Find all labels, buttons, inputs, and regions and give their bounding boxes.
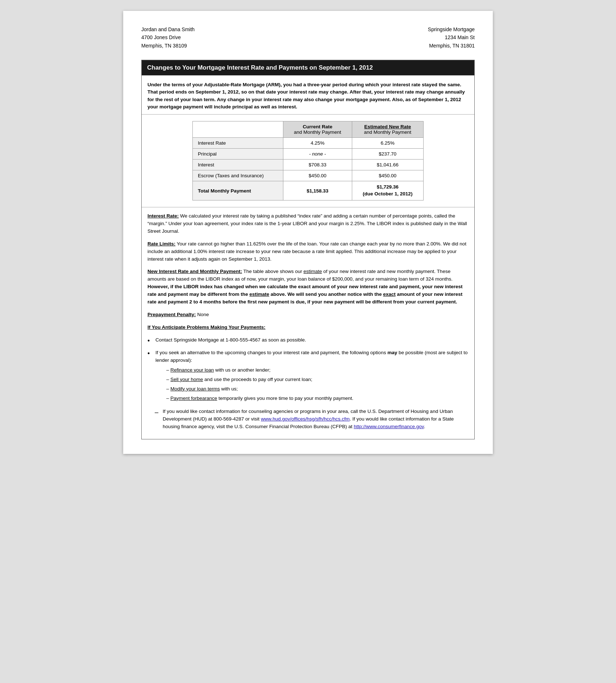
bullet-symbol-2: • <box>147 349 155 404</box>
bullet-item-1: • Contact Springside Mortgage at 1-800-5… <box>147 336 469 345</box>
hud-link[interactable]: www.hud.gov/offices/hsg/sfh/hcc/hcs.cfm <box>261 416 350 422</box>
bullet-symbol-hud: – <box>155 408 163 431</box>
row-label-total: Total Monthly Payment <box>193 181 283 200</box>
forbearance-link[interactable]: Payment forbearance <box>170 396 217 401</box>
row-label-interest: Interest <box>193 160 283 170</box>
new-interest-text1: The table above shows our <box>242 269 303 274</box>
row-current-escrow: $450.00 <box>283 170 352 181</box>
company-name: Springside Mortgage <box>428 25 475 33</box>
sender-address: Jordan and Dana Smith 4700 Jones Drive M… <box>141 25 195 50</box>
table-row-principal: Principal - none - $237.70 <box>193 149 424 160</box>
sub-item-sell: Sell your home and use the proceeds to p… <box>166 376 469 384</box>
row-new-interest: $1,041.66 <box>352 160 423 170</box>
intro-paragraph: Under the terms of your Adjustable-Rate … <box>142 75 474 115</box>
estimate-word-1: estimate <box>303 269 322 274</box>
table-header-current: Current Rate and Monthly Payment <box>283 121 352 138</box>
sub-item-modify: Modify your loan terms with us; <box>166 385 469 393</box>
rate-comparison-table: Current Rate and Monthly Payment Estimat… <box>192 121 424 200</box>
prepayment-label: Prepayment Penalty: <box>147 312 196 317</box>
body-text-section: Interest Rate: We calculated your intere… <box>142 207 474 439</box>
table-header-new: Estimated New Rate and Monthly Payment <box>352 121 423 138</box>
row-label-interest-rate: Interest Rate <box>193 138 283 149</box>
modify-loan-link[interactable]: Modify your loan terms <box>170 386 220 392</box>
sender-address-line2: 4700 Jones Drive <box>141 33 195 41</box>
company-address-line3: Memphis, TN 31801 <box>428 42 475 50</box>
sub-item-forbearance: Payment forbearance temporarily gives yo… <box>166 395 469 402</box>
bullet-text-hud: If you would like contact information fo… <box>163 408 469 431</box>
exact-word: exact <box>383 291 396 297</box>
sender-name: Jordan and Dana Smith <box>141 25 195 33</box>
bullet-item-2: • If you seek an alternative to the upco… <box>147 349 469 404</box>
sender-address-line3: Memphis, TN 38109 <box>141 42 195 50</box>
rate-table-container: Current Rate and Monthly Payment Estimat… <box>142 115 474 207</box>
table-row-interest: Interest $708.33 $1,041.66 <box>193 160 424 170</box>
estimate-word-2: estimate <box>249 291 269 297</box>
row-new-escrow: $450.00 <box>352 170 423 181</box>
rate-limits-paragraph: Rate Limits: Your rate cannot go higher … <box>147 240 469 263</box>
section-title: Changes to Your Mortgage Interest Rate a… <box>142 60 474 75</box>
main-content-box: Changes to Your Mortgage Interest Rate a… <box>141 60 475 439</box>
bullet-item-hud: – If you would like contact information … <box>155 408 469 431</box>
row-label-escrow: Escrow (Taxes and Insurance) <box>193 170 283 181</box>
bullet-text-1: Contact Springside Mortgage at 1-800-555… <box>155 336 306 345</box>
row-current-total: $1,158.33 <box>283 181 352 200</box>
row-new-total: $1,729.36 (due October 1, 2012) <box>352 181 423 200</box>
row-new-interest-rate: 6.25% <box>352 138 423 149</box>
may-bold: may <box>387 350 397 355</box>
anticipate-label-paragraph: If You Anticipate Problems Making Your P… <box>147 324 469 331</box>
bullet-symbol-1: • <box>147 336 155 345</box>
interest-rate-label: Interest Rate: <box>147 213 179 219</box>
row-current-principal: - none - <box>283 149 352 160</box>
row-new-principal: $237.70 <box>352 149 423 160</box>
new-interest-rate-label: New Interest Rate and Monthly Payment: <box>147 269 242 274</box>
new-interest-rate-paragraph: New Interest Rate and Monthly Payment: T… <box>147 268 469 306</box>
new-interest-bold1: However, if the LIBOR index has changed … <box>147 284 462 305</box>
table-row-total: Total Monthly Payment $1,158.33 $1,729.3… <box>193 181 424 200</box>
prepayment-paragraph: Prepayment Penalty: None <box>147 311 469 319</box>
row-current-interest-rate: 4.25% <box>283 138 352 149</box>
table-header-empty <box>193 121 283 138</box>
sub-item-refinance: Refinance your loan with us or another l… <box>166 367 469 374</box>
sell-home-link[interactable]: Sell your home <box>170 377 203 382</box>
company-address-line2: 1234 Main St <box>428 33 475 41</box>
bullet-text-2: If you seek an alternative to the upcomi… <box>155 349 469 404</box>
interest-rate-text: We calculated your interest rate by taki… <box>147 213 467 234</box>
page: Jordan and Dana Smith 4700 Jones Drive M… <box>123 11 493 454</box>
table-row-escrow: Escrow (Taxes and Insurance) $450.00 $45… <box>193 170 424 181</box>
sub-bullet-list: Refinance your loan with us or another l… <box>166 367 469 402</box>
table-row-interest-rate: Interest Rate 4.25% 6.25% <box>193 138 424 149</box>
refinance-link[interactable]: Refinance your loan <box>170 367 214 373</box>
page-header: Jordan and Dana Smith 4700 Jones Drive M… <box>141 25 475 50</box>
rate-limits-text: Your rate cannot go higher than 11.625% … <box>147 241 466 262</box>
company-address: Springside Mortgage 1234 Main St Memphis… <box>428 25 475 50</box>
cfpb-link[interactable]: http://www.consumerfinance.gov <box>354 424 424 429</box>
row-label-principal: Principal <box>193 149 283 160</box>
anticipate-label: If You Anticipate Problems Making Your P… <box>147 324 266 330</box>
row-current-interest: $708.33 <box>283 160 352 170</box>
prepayment-text: None <box>196 312 209 317</box>
rate-limits-label: Rate Limits: <box>147 241 175 247</box>
interest-rate-paragraph: Interest Rate: We calculated your intere… <box>147 212 469 235</box>
